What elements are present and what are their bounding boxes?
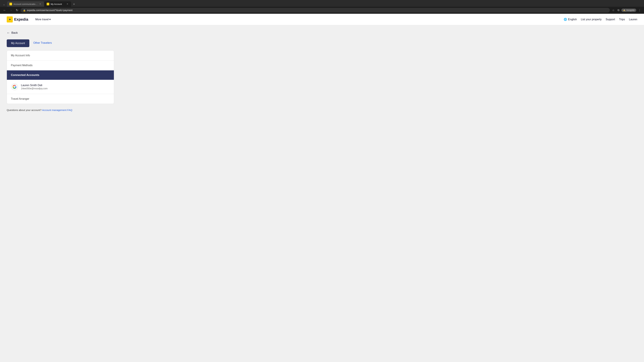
tab-my-account[interactable]: ✈ My Account ✕ — [44, 1, 71, 7]
more-travel-button[interactable]: More travel ▾ — [33, 16, 53, 22]
english-link[interactable]: 🌐 English — [564, 18, 577, 21]
trips-label: Trips — [619, 18, 625, 21]
tab-other-travelers-btn[interactable]: Other Travelers — [29, 39, 56, 47]
tab-favicon-2: ✈ — [46, 3, 49, 5]
globe-icon: 🌐 — [564, 18, 567, 21]
payment-methods-section[interactable]: Payment Methods — [7, 60, 114, 70]
svg-text:✈: ✈ — [47, 3, 49, 5]
incognito-icon: 🕵 — [623, 9, 626, 11]
faq-link[interactable]: Account management FAQ — [42, 109, 72, 111]
top-nav: ✈ Expedia More travel ▾ 🌐 English List y… — [0, 14, 644, 25]
address-bar-row: ← → ↻ 🔒 expedia.com/user/account/?&selc=… — [0, 7, 644, 14]
english-label: English — [568, 18, 577, 21]
url-text: expedia.com/user/account/?&selc=payment — [27, 9, 608, 11]
expedia-page: ✈ Expedia More travel ▾ 🌐 English List y… — [0, 14, 644, 362]
account-tabs: My Account Other Travelers — [7, 39, 637, 47]
expedia-logo[interactable]: ✈ Expedia — [7, 16, 28, 22]
tab-list-button[interactable]: ⌄ — [1, 2, 7, 7]
logo-icon: ✈ — [7, 16, 13, 22]
my-account-info-label: My Account Info — [11, 54, 30, 57]
connected-account-info: Lauren Smith Deli 24ee050e@moodjoy.com — [21, 84, 48, 90]
tab-my-account-btn[interactable]: My Account — [7, 39, 29, 47]
nav-icons: ☆ ⧉ 🕵 Incognito ⋮ — [611, 8, 642, 12]
support-label: Support — [606, 18, 615, 21]
connected-account-item: Lauren Smith Deli 24ee050e@moodjoy.com — [7, 80, 114, 94]
faq-section: Questions about your account? Account ma… — [7, 109, 114, 111]
incognito-badge[interactable]: 🕵 Incognito — [621, 8, 636, 12]
my-account-info-section[interactable]: My Account Info — [7, 51, 114, 60]
more-travel-label: More travel — [35, 18, 49, 21]
connected-accounts-label: Connected Accounts — [11, 73, 39, 77]
split-view-button[interactable]: ⧉ — [616, 8, 620, 12]
tab-label-2: My Account — [51, 3, 65, 5]
browser-chrome: ⌄ ✈ Account communications ✕ ✈ My Accoun… — [0, 0, 644, 14]
list-property-link[interactable]: List your property — [581, 18, 602, 21]
list-property-label: List your property — [581, 18, 602, 21]
connected-accounts-section[interactable]: Connected Accounts — [7, 70, 114, 80]
lock-icon: 🔒 — [23, 9, 26, 11]
travel-arranger-section[interactable]: Travel Arranger — [7, 94, 114, 104]
forward-button[interactable]: → — [8, 8, 14, 13]
logo-text: Expedia — [14, 17, 28, 22]
svg-text:✈: ✈ — [9, 18, 11, 21]
svg-text:✈: ✈ — [10, 3, 12, 5]
back-arrow-icon: ← — [7, 31, 10, 35]
incognito-label: Incognito — [626, 9, 634, 11]
tab-favicon-1: ✈ — [10, 3, 12, 5]
back-label: Back — [12, 31, 18, 34]
bookmark-button[interactable]: ☆ — [611, 8, 616, 12]
connected-account-email: 24ee050e@moodjoy.com — [21, 87, 48, 90]
tab-account-communications[interactable]: ✈ Account communications ✕ — [7, 1, 44, 7]
support-link[interactable]: Support — [606, 18, 615, 21]
more-travel-chevron: ▾ — [49, 18, 51, 21]
tab-label-1: Account communications — [14, 3, 38, 5]
menu-button[interactable]: ⋮ — [637, 8, 642, 12]
trips-link[interactable]: Trips — [619, 18, 625, 21]
payment-methods-label: Payment Methods — [11, 64, 32, 67]
tab-close-1[interactable]: ✕ — [39, 3, 42, 5]
account-panel: My Account Info Payment Methods Connecte… — [7, 50, 114, 104]
tab-close-2[interactable]: ✕ — [66, 3, 69, 5]
address-bar[interactable]: 🔒 expedia.com/user/account/?&selc=paymen… — [21, 8, 610, 12]
nav-right: 🌐 English List your property Support Tri… — [564, 18, 637, 21]
content-area: ← Back My Account Other Travelers My Acc… — [0, 25, 644, 362]
connected-account-name: Lauren Smith Deli — [21, 84, 48, 87]
new-tab-button[interactable]: + — [72, 2, 77, 7]
google-icon — [11, 83, 18, 90]
tab-bar: ⌄ ✈ Account communications ✕ ✈ My Accoun… — [0, 0, 644, 7]
faq-prefix: Questions about your account? — [7, 109, 42, 111]
travel-arranger-label: Travel Arranger — [11, 97, 29, 100]
reload-button[interactable]: ↻ — [15, 8, 19, 13]
back-button[interactable]: ← — [2, 8, 7, 13]
user-link[interactable]: Lauren — [629, 18, 637, 21]
user-label: Lauren — [629, 18, 637, 21]
back-button[interactable]: ← Back — [7, 30, 18, 35]
